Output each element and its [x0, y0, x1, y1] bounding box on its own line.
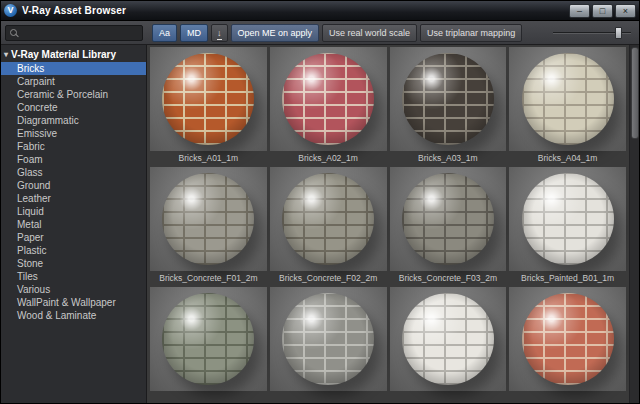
sidebar-item-metal[interactable]: Metal — [1, 218, 146, 231]
material-label — [270, 391, 387, 403]
close-button[interactable]: × — [615, 4, 636, 18]
sidebar-item-wood-laminate[interactable]: Wood & Laminate — [1, 309, 146, 322]
use-triplanar-mapping-toggle[interactable]: Use triplanar mapping — [420, 24, 522, 42]
preview-size-slider[interactable] — [553, 26, 631, 40]
material-grid: Bricks_A01_1m Bricks_A02_1m Bricks_A03_1… — [147, 45, 639, 403]
vray-asset-browser-window: V V-Ray Asset Browser – □ × Aa MD ↓ Open… — [0, 0, 640, 404]
material-tile[interactable] — [509, 287, 626, 403]
material-tile[interactable] — [150, 287, 267, 403]
sidebar-item-diagrammatic[interactable]: Diagrammatic — [1, 114, 146, 127]
search-box[interactable] — [5, 25, 143, 41]
material-tile[interactable] — [390, 287, 507, 403]
material-preview — [390, 287, 507, 391]
material-label: Bricks_A04_1m — [509, 151, 626, 165]
material-sphere-row3-2 — [282, 293, 374, 385]
material-preview — [509, 47, 626, 151]
md-toggle[interactable]: MD — [180, 24, 208, 42]
sidebar-item-liquid[interactable]: Liquid — [1, 205, 146, 218]
material-label: Bricks_A03_1m — [390, 151, 507, 165]
sidebar-item-stone[interactable]: Stone — [1, 257, 146, 270]
material-preview — [150, 47, 267, 151]
sidebar-item-ground[interactable]: Ground — [1, 179, 146, 192]
scrollbar-thumb[interactable] — [631, 47, 639, 139]
material-sphere-row3-1 — [162, 293, 254, 385]
sidebar-item-emissive[interactable]: Emissive — [1, 127, 146, 140]
material-preview — [270, 167, 387, 271]
material-preview — [390, 167, 507, 271]
material-tile[interactable]: Bricks_Painted_B01_1m — [509, 167, 626, 285]
material-preview — [150, 167, 267, 271]
match-case-toggle[interactable]: Aa — [152, 24, 177, 42]
material-label: Bricks_A02_1m — [270, 151, 387, 165]
search-input[interactable] — [21, 28, 138, 38]
material-preview — [150, 287, 267, 391]
material-label: Bricks_Painted_B01_1m — [509, 271, 626, 285]
maximize-button[interactable]: □ — [592, 4, 613, 18]
material-sphere-row3-3 — [402, 293, 494, 385]
sidebar-item-carpaint[interactable]: Carpaint — [1, 75, 146, 88]
material-preview — [509, 167, 626, 271]
material-sphere-bricks-concrete-f01 — [162, 173, 254, 265]
material-label — [150, 391, 267, 403]
search-icon — [10, 29, 17, 36]
sidebar-item-ceramic-porcelain[interactable]: Ceramic & Porcelain — [1, 88, 146, 101]
material-label: Bricks_Concrete_F02_2m — [270, 271, 387, 285]
material-sphere-row3-4 — [522, 293, 614, 385]
material-preview — [509, 287, 626, 391]
sidebar-item-glass[interactable]: Glass — [1, 166, 146, 179]
tree-expand-icon[interactable]: ▾ — [4, 50, 8, 59]
material-label — [390, 391, 507, 403]
material-tile[interactable]: Bricks_A02_1m — [270, 47, 387, 165]
tree-root[interactable]: ▾ V-Ray Material Library — [1, 47, 146, 62]
sidebar-item-foam[interactable]: Foam — [1, 153, 146, 166]
sidebar-item-leather[interactable]: Leather — [1, 192, 146, 205]
download-button[interactable]: ↓ — [211, 24, 228, 42]
slider-handle[interactable] — [615, 27, 622, 39]
sidebar-item-bricks[interactable]: Bricks — [1, 62, 146, 75]
material-label — [509, 391, 626, 403]
material-tile[interactable]: Bricks_Concrete_F02_2m — [270, 167, 387, 285]
sidebar-item-tiles[interactable]: Tiles — [1, 270, 146, 283]
material-label: Bricks_Concrete_F03_2m — [390, 271, 507, 285]
vertical-scrollbar[interactable] — [629, 45, 639, 403]
material-preview — [270, 47, 387, 151]
vray-logo-icon: V — [4, 4, 17, 17]
material-grid-panel: Bricks_A01_1m Bricks_A02_1m Bricks_A03_1… — [147, 45, 639, 403]
sidebar-item-concrete[interactable]: Concrete — [1, 101, 146, 114]
material-sphere-bricks-concrete-f02 — [282, 173, 374, 265]
material-label: Bricks_Concrete_F01_2m — [150, 271, 267, 285]
sidebar-item-fabric[interactable]: Fabric — [1, 140, 146, 153]
minimize-button[interactable]: – — [569, 4, 590, 18]
window-controls: – □ × — [569, 4, 636, 18]
material-sphere-bricks-a03 — [402, 53, 494, 145]
material-sphere-bricks-concrete-f03 — [402, 173, 494, 265]
material-sphere-bricks-a01 — [162, 53, 254, 145]
window-title: V-Ray Asset Browser — [22, 5, 569, 16]
material-label: Bricks_A01_1m — [150, 151, 267, 165]
material-sphere-bricks-a02 — [282, 53, 374, 145]
window-body: ▾ V-Ray Material Library Bricks Carpaint… — [1, 45, 639, 403]
material-sphere-bricks-painted-b01 — [522, 173, 614, 265]
material-tile[interactable]: Bricks_A03_1m — [390, 47, 507, 165]
material-tile[interactable]: Bricks_Concrete_F03_2m — [390, 167, 507, 285]
material-tile[interactable] — [270, 287, 387, 403]
material-tile[interactable]: Bricks_A04_1m — [509, 47, 626, 165]
title-bar: V V-Ray Asset Browser – □ × — [1, 1, 639, 21]
open-me-on-apply-toggle[interactable]: Open ME on apply — [231, 24, 320, 42]
material-preview — [390, 47, 507, 151]
sidebar-item-paper[interactable]: Paper — [1, 231, 146, 244]
material-sphere-bricks-a04 — [522, 53, 614, 145]
use-real-world-scale-toggle[interactable]: Use real world scale — [322, 24, 417, 42]
download-icon: ↓ — [217, 28, 222, 40]
toolbar: Aa MD ↓ Open ME on apply Use real world … — [1, 21, 639, 45]
category-sidebar: ▾ V-Ray Material Library Bricks Carpaint… — [1, 45, 147, 403]
material-preview — [270, 287, 387, 391]
material-tile[interactable]: Bricks_A01_1m — [150, 47, 267, 165]
sidebar-item-wallpaint-wallpaper[interactable]: WallPaint & Wallpaper — [1, 296, 146, 309]
tree-root-label: V-Ray Material Library — [11, 49, 116, 60]
sidebar-item-plastic[interactable]: Plastic — [1, 244, 146, 257]
sidebar-item-various[interactable]: Various — [1, 283, 146, 296]
material-tile[interactable]: Bricks_Concrete_F01_2m — [150, 167, 267, 285]
